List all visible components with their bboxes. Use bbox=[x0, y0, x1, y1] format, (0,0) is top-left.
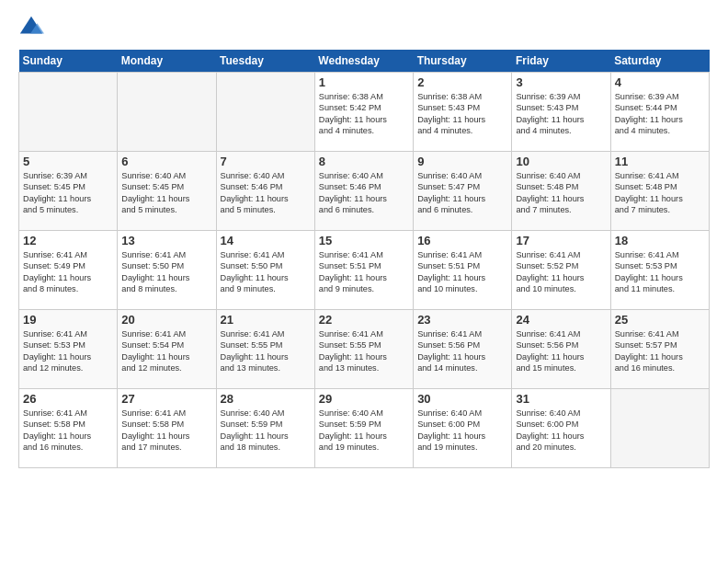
calendar-cell: 20Sunrise: 6:41 AM Sunset: 5:54 PM Dayli… bbox=[118, 310, 216, 389]
week-row-3: 12Sunrise: 6:41 AM Sunset: 5:49 PM Dayli… bbox=[19, 231, 710, 310]
day-number: 12 bbox=[23, 234, 113, 247]
calendar-cell: 22Sunrise: 6:41 AM Sunset: 5:55 PM Dayli… bbox=[314, 310, 413, 389]
week-row-5: 26Sunrise: 6:41 AM Sunset: 5:58 PM Dayli… bbox=[19, 389, 710, 468]
day-number: 1 bbox=[319, 75, 409, 89]
calendar-cell: 21Sunrise: 6:41 AM Sunset: 5:55 PM Dayli… bbox=[216, 310, 314, 389]
calendar-cell: 4Sunrise: 6:39 AM Sunset: 5:44 PM Daylig… bbox=[610, 73, 709, 152]
week-row-2: 5Sunrise: 6:39 AM Sunset: 5:45 PM Daylig… bbox=[19, 152, 710, 231]
day-info: Sunrise: 6:41 AM Sunset: 5:56 PM Dayligh… bbox=[417, 328, 507, 374]
header-cell-thursday: Thursday bbox=[414, 50, 512, 73]
day-number: 23 bbox=[417, 313, 507, 327]
day-number: 3 bbox=[516, 75, 606, 89]
day-number: 9 bbox=[417, 155, 507, 168]
day-info: Sunrise: 6:41 AM Sunset: 5:55 PM Dayligh… bbox=[221, 328, 311, 374]
day-info: Sunrise: 6:40 AM Sunset: 5:46 PM Dayligh… bbox=[221, 170, 311, 216]
day-number: 10 bbox=[516, 155, 606, 168]
day-number: 7 bbox=[221, 155, 311, 168]
calendar-cell: 9Sunrise: 6:40 AM Sunset: 5:47 PM Daylig… bbox=[414, 152, 512, 231]
header-row: SundayMondayTuesdayWednesdayThursdayFrid… bbox=[19, 50, 710, 73]
day-number: 21 bbox=[221, 313, 311, 327]
day-info: Sunrise: 6:41 AM Sunset: 5:53 PM Dayligh… bbox=[615, 249, 705, 295]
day-number: 16 bbox=[417, 234, 507, 247]
calendar-cell: 11Sunrise: 6:41 AM Sunset: 5:48 PM Dayli… bbox=[610, 152, 709, 231]
page: SundayMondayTuesdayWednesdayThursdayFrid… bbox=[0, 0, 728, 563]
day-number: 15 bbox=[319, 234, 409, 247]
calendar-cell bbox=[216, 73, 314, 152]
calendar-cell: 31Sunrise: 6:40 AM Sunset: 6:00 PM Dayli… bbox=[512, 389, 610, 468]
day-info: Sunrise: 6:41 AM Sunset: 5:55 PM Dayligh… bbox=[319, 328, 409, 374]
day-info: Sunrise: 6:41 AM Sunset: 5:48 PM Dayligh… bbox=[615, 170, 705, 216]
day-number: 22 bbox=[319, 313, 409, 327]
calendar-cell: 3Sunrise: 6:39 AM Sunset: 5:43 PM Daylig… bbox=[512, 73, 610, 152]
calendar-cell: 7Sunrise: 6:40 AM Sunset: 5:46 PM Daylig… bbox=[216, 152, 314, 231]
day-info: Sunrise: 6:40 AM Sunset: 5:48 PM Dayligh… bbox=[516, 170, 606, 216]
day-info: Sunrise: 6:41 AM Sunset: 5:52 PM Dayligh… bbox=[516, 249, 606, 295]
day-number: 17 bbox=[516, 234, 606, 247]
calendar-cell: 17Sunrise: 6:41 AM Sunset: 5:52 PM Dayli… bbox=[512, 231, 610, 310]
calendar-cell: 13Sunrise: 6:41 AM Sunset: 5:50 PM Dayli… bbox=[118, 231, 216, 310]
logo bbox=[18, 15, 48, 40]
calendar-cell: 1Sunrise: 6:38 AM Sunset: 5:42 PM Daylig… bbox=[314, 73, 413, 152]
calendar-cell: 14Sunrise: 6:41 AM Sunset: 5:50 PM Dayli… bbox=[216, 231, 314, 310]
day-info: Sunrise: 6:41 AM Sunset: 5:51 PM Dayligh… bbox=[319, 249, 409, 295]
day-number: 29 bbox=[319, 392, 409, 406]
day-info: Sunrise: 6:39 AM Sunset: 5:44 PM Dayligh… bbox=[615, 91, 705, 137]
day-info: Sunrise: 6:41 AM Sunset: 5:49 PM Dayligh… bbox=[23, 249, 113, 295]
calendar-cell: 29Sunrise: 6:40 AM Sunset: 5:59 PM Dayli… bbox=[314, 389, 413, 468]
day-info: Sunrise: 6:40 AM Sunset: 5:46 PM Dayligh… bbox=[319, 170, 409, 216]
calendar-cell: 5Sunrise: 6:39 AM Sunset: 5:45 PM Daylig… bbox=[19, 152, 118, 231]
day-number: 4 bbox=[615, 75, 705, 89]
day-info: Sunrise: 6:41 AM Sunset: 5:50 PM Dayligh… bbox=[121, 249, 211, 295]
day-number: 24 bbox=[516, 313, 606, 327]
day-info: Sunrise: 6:40 AM Sunset: 5:59 PM Dayligh… bbox=[319, 408, 409, 454]
day-info: Sunrise: 6:41 AM Sunset: 5:58 PM Dayligh… bbox=[23, 408, 113, 454]
calendar-cell bbox=[118, 73, 216, 152]
header-cell-saturday: Saturday bbox=[610, 50, 709, 73]
header bbox=[18, 15, 710, 40]
day-number: 11 bbox=[615, 155, 705, 168]
day-info: Sunrise: 6:40 AM Sunset: 5:47 PM Dayligh… bbox=[417, 170, 507, 216]
calendar-cell: 28Sunrise: 6:40 AM Sunset: 5:59 PM Dayli… bbox=[216, 389, 314, 468]
calendar-cell: 15Sunrise: 6:41 AM Sunset: 5:51 PM Dayli… bbox=[314, 231, 413, 310]
calendar-cell: 2Sunrise: 6:38 AM Sunset: 5:43 PM Daylig… bbox=[414, 73, 512, 152]
day-number: 5 bbox=[23, 155, 113, 168]
day-number: 30 bbox=[417, 392, 507, 406]
day-info: Sunrise: 6:40 AM Sunset: 6:00 PM Dayligh… bbox=[516, 408, 606, 454]
calendar-cell: 26Sunrise: 6:41 AM Sunset: 5:58 PM Dayli… bbox=[19, 389, 118, 468]
calendar-cell: 8Sunrise: 6:40 AM Sunset: 5:46 PM Daylig… bbox=[314, 152, 413, 231]
day-number: 2 bbox=[417, 75, 507, 89]
day-info: Sunrise: 6:40 AM Sunset: 5:45 PM Dayligh… bbox=[121, 170, 211, 216]
day-info: Sunrise: 6:41 AM Sunset: 5:57 PM Dayligh… bbox=[615, 328, 705, 374]
calendar-cell: 25Sunrise: 6:41 AM Sunset: 5:57 PM Dayli… bbox=[610, 310, 709, 389]
calendar-table: SundayMondayTuesdayWednesdayThursdayFrid… bbox=[18, 50, 710, 468]
calendar-cell: 12Sunrise: 6:41 AM Sunset: 5:49 PM Dayli… bbox=[19, 231, 118, 310]
day-number: 6 bbox=[121, 155, 211, 168]
day-number: 8 bbox=[319, 155, 409, 168]
calendar-cell bbox=[610, 389, 709, 468]
calendar-cell bbox=[19, 73, 118, 152]
calendar-cell: 6Sunrise: 6:40 AM Sunset: 5:45 PM Daylig… bbox=[118, 152, 216, 231]
day-number: 14 bbox=[221, 234, 311, 247]
header-cell-monday: Monday bbox=[118, 50, 216, 73]
calendar-cell: 19Sunrise: 6:41 AM Sunset: 5:53 PM Dayli… bbox=[19, 310, 118, 389]
day-info: Sunrise: 6:41 AM Sunset: 5:56 PM Dayligh… bbox=[516, 328, 606, 374]
day-number: 27 bbox=[121, 392, 211, 406]
day-number: 13 bbox=[121, 234, 211, 247]
day-number: 19 bbox=[23, 313, 113, 327]
day-number: 25 bbox=[615, 313, 705, 327]
header-cell-sunday: Sunday bbox=[19, 50, 118, 73]
calendar-cell: 16Sunrise: 6:41 AM Sunset: 5:51 PM Dayli… bbox=[414, 231, 512, 310]
calendar-cell: 30Sunrise: 6:40 AM Sunset: 6:00 PM Dayli… bbox=[414, 389, 512, 468]
day-info: Sunrise: 6:41 AM Sunset: 5:58 PM Dayligh… bbox=[121, 408, 211, 454]
day-info: Sunrise: 6:41 AM Sunset: 5:51 PM Dayligh… bbox=[417, 249, 507, 295]
day-info: Sunrise: 6:41 AM Sunset: 5:50 PM Dayligh… bbox=[221, 249, 311, 295]
calendar-cell: 18Sunrise: 6:41 AM Sunset: 5:53 PM Dayli… bbox=[610, 231, 709, 310]
logo-icon bbox=[18, 15, 44, 40]
header-cell-friday: Friday bbox=[512, 50, 610, 73]
day-info: Sunrise: 6:40 AM Sunset: 6:00 PM Dayligh… bbox=[417, 408, 507, 454]
calendar-cell: 27Sunrise: 6:41 AM Sunset: 5:58 PM Dayli… bbox=[118, 389, 216, 468]
week-row-1: 1Sunrise: 6:38 AM Sunset: 5:42 PM Daylig… bbox=[19, 73, 710, 152]
calendar-cell: 24Sunrise: 6:41 AM Sunset: 5:56 PM Dayli… bbox=[512, 310, 610, 389]
week-row-4: 19Sunrise: 6:41 AM Sunset: 5:53 PM Dayli… bbox=[19, 310, 710, 389]
day-info: Sunrise: 6:39 AM Sunset: 5:45 PM Dayligh… bbox=[23, 170, 113, 216]
